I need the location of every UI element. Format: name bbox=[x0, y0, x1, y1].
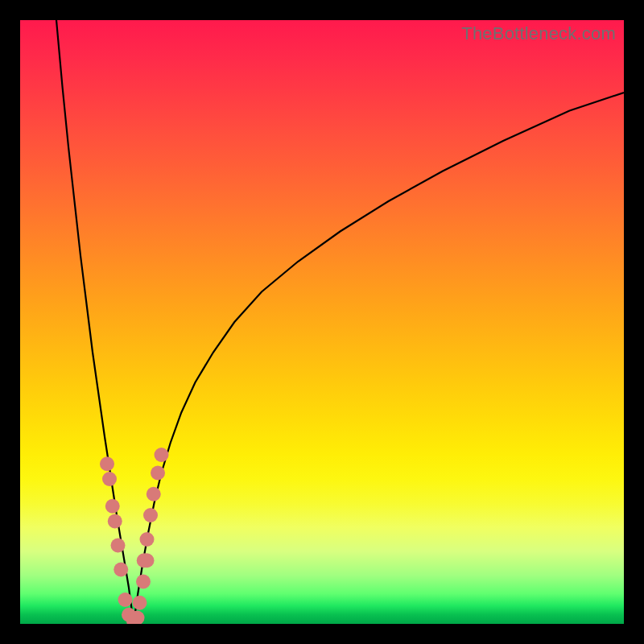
cluster-dot bbox=[147, 487, 161, 502]
curve-right-branch bbox=[134, 93, 624, 624]
cluster-dot bbox=[133, 596, 147, 610]
plot-area: TheBottleneck.com bbox=[20, 20, 624, 624]
cluster-dot bbox=[140, 553, 155, 568]
cluster-dot bbox=[111, 539, 126, 553]
curve-left-branch bbox=[56, 20, 134, 624]
cluster-dot bbox=[105, 499, 120, 514]
chart-svg bbox=[20, 20, 624, 624]
cluster-dot bbox=[136, 575, 151, 589]
cluster-dot bbox=[114, 563, 128, 577]
cluster-dot bbox=[118, 592, 133, 607]
cluster-dot bbox=[143, 508, 158, 522]
cluster-dot bbox=[151, 466, 165, 481]
cluster-dot bbox=[155, 448, 169, 462]
cluster-dot bbox=[140, 532, 155, 547]
outer-frame: TheBottleneck.com bbox=[0, 0, 644, 644]
cluster-dot bbox=[108, 514, 122, 529]
cluster-dots bbox=[100, 448, 169, 624]
cluster-dot bbox=[102, 472, 117, 486]
cluster-dot bbox=[100, 456, 114, 471]
